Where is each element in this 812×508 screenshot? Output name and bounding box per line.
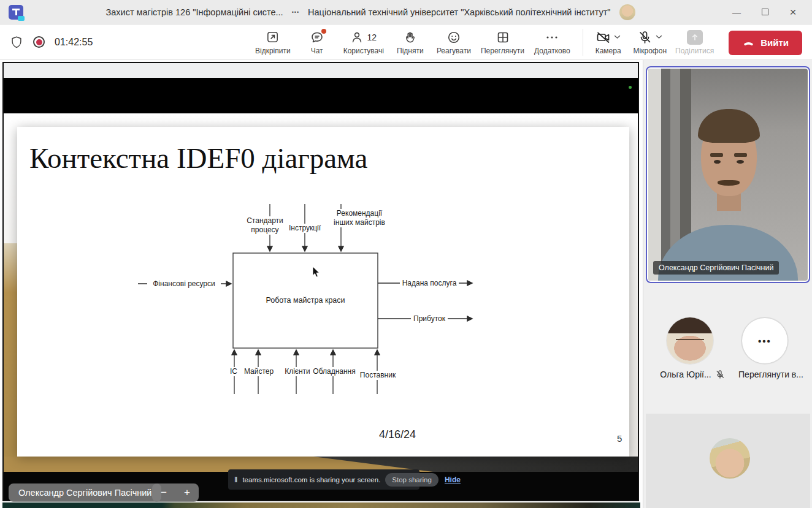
title-separator-dots: •••: [292, 9, 299, 15]
slide-zoom-controls: − +: [152, 483, 199, 502]
presenter-name-overlay: Олександр Сергійович Пасічний: [9, 483, 161, 502]
more-options-button[interactable]: Додатково: [532, 28, 573, 56]
share-screen-button: Поділитися: [673, 28, 716, 56]
presentation-slide: Контекстна IDEF0 діаграма: [17, 127, 629, 457]
participant-avatar[interactable]: [667, 317, 713, 364]
shared-browser-strip: [4, 63, 638, 78]
participant-video-tile[interactable]: [646, 414, 810, 508]
participants-count: 12: [367, 32, 377, 42]
share-notification-text: teams.microsoft.com is sharing your scre…: [242, 476, 380, 483]
participants-button[interactable]: 12 Користувачі: [341, 28, 386, 56]
raised-hand-icon: [403, 29, 417, 45]
close-button[interactable]: ×: [779, 1, 807, 24]
participant-avatar: [710, 438, 750, 479]
desktop-edge-sliver: [2, 502, 640, 508]
view-more-label: Переглянути в...: [738, 370, 803, 379]
maximize-icon: [762, 9, 768, 15]
meeting-toolbar: 01:42:55 Відкріпити Ча: [0, 25, 812, 60]
presence-green-dot: [629, 86, 632, 89]
hide-notification-link[interactable]: Hide: [445, 476, 461, 484]
leave-button[interactable]: Вийти: [729, 31, 802, 55]
participants-sidebar: Олександр Сергійович Пасічний ••• Ольга …: [643, 60, 812, 508]
recording-indicator-icon: [33, 36, 45, 48]
pause-bars-icon: ‖: [234, 475, 237, 484]
view-button[interactable]: Переглянути: [478, 28, 527, 56]
people-icon: [350, 30, 365, 45]
output-label: Прибуток: [411, 314, 448, 324]
participant-name: Ольга Юрії...: [660, 370, 711, 379]
camera-button[interactable]: Камера: [589, 28, 627, 56]
mic-chevron-icon[interactable]: [656, 35, 662, 39]
maximize-button[interactable]: [751, 1, 779, 24]
input-label: Фінансові ресурси: [147, 279, 221, 289]
toolbar-divider: [583, 29, 583, 56]
raise-hand-button[interactable]: Підняти: [391, 28, 429, 56]
function-box-label: Робота майстра краси: [233, 296, 378, 306]
minimize-button[interactable]: —: [722, 1, 751, 24]
chat-notification-dot: [321, 29, 326, 34]
speaker-video: Олександр Сергійович Пасічний: [648, 69, 808, 281]
mechanism-label: Обладнання: [310, 367, 359, 376]
chat-button[interactable]: Чат: [298, 28, 336, 56]
share-up-arrow-icon: [687, 30, 703, 45]
presentation-backdrop: Контекстна IDEF0 діаграма: [4, 113, 638, 472]
meeting-timer: 01:42:55: [55, 37, 93, 48]
zoom-out-button[interactable]: −: [161, 487, 167, 499]
slide-page-number: 5: [617, 433, 622, 444]
mechanism-label: Поставник: [356, 371, 400, 380]
stop-sharing-button[interactable]: Stop sharing: [385, 473, 439, 487]
mouse-cursor: [313, 267, 320, 277]
mechanism-label: Майстер: [240, 367, 277, 376]
account-avatar[interactable]: [619, 4, 635, 20]
control-label: Інструкції: [283, 224, 326, 233]
backdrop-gold-left: [4, 243, 17, 472]
smiley-icon: [446, 29, 461, 45]
camera-off-icon: [596, 30, 611, 45]
chat-icon: [310, 29, 324, 45]
slide-date: 4/16/24: [379, 428, 416, 441]
browser-share-notification: ‖ teams.microsoft.com is sharing your sc…: [228, 469, 419, 490]
presentation-top-letterbox: [4, 78, 638, 113]
zoom-in-button[interactable]: +: [184, 487, 190, 499]
window-titlebar: Захист магістрів 126 "Інформаційні систе…: [0, 0, 812, 25]
teams-meeting-window: Захист магістрів 126 "Інформаційні систе…: [0, 0, 812, 508]
idef0-diagram: [17, 127, 629, 457]
mechanism-label: ІС: [226, 367, 242, 376]
teams-app-icon: [9, 5, 23, 20]
control-label: Рекомендації інших майстрів: [332, 209, 386, 227]
ellipsis-icon: [545, 29, 559, 45]
screen-share-stage: Контекстна IDEF0 діаграма: [0, 60, 643, 508]
hangup-icon: [742, 38, 755, 48]
org-title: Національний технічний університет "Харк…: [308, 7, 610, 17]
microphone-button[interactable]: Мікрофон: [631, 28, 669, 56]
speaker-name-label: Олександр Сергійович Пасічний: [653, 261, 779, 275]
more-dots-icon: •••: [758, 336, 772, 346]
shield-icon: [10, 35, 23, 50]
unpin-button[interactable]: Відкріпити: [253, 28, 293, 56]
shared-window-frame: Контекстна IDEF0 діаграма: [2, 62, 639, 501]
view-more-participants-button[interactable]: •••: [741, 317, 788, 364]
glasses-detail: [676, 339, 704, 344]
meeting-title: Захист магістрів 126 "Інформаційні систе…: [105, 7, 283, 17]
open-in-window-icon: [266, 29, 280, 45]
speaker-video-tile[interactable]: Олександр Сергійович Пасічний: [646, 66, 810, 283]
participant-mic-off-icon: [715, 370, 725, 379]
react-button[interactable]: Реагувати: [434, 28, 473, 56]
output-label: Надана послуга: [400, 279, 459, 288]
camera-chevron-icon[interactable]: [614, 35, 621, 39]
mic-off-icon: [637, 30, 653, 45]
grid-view-icon: [496, 29, 510, 45]
